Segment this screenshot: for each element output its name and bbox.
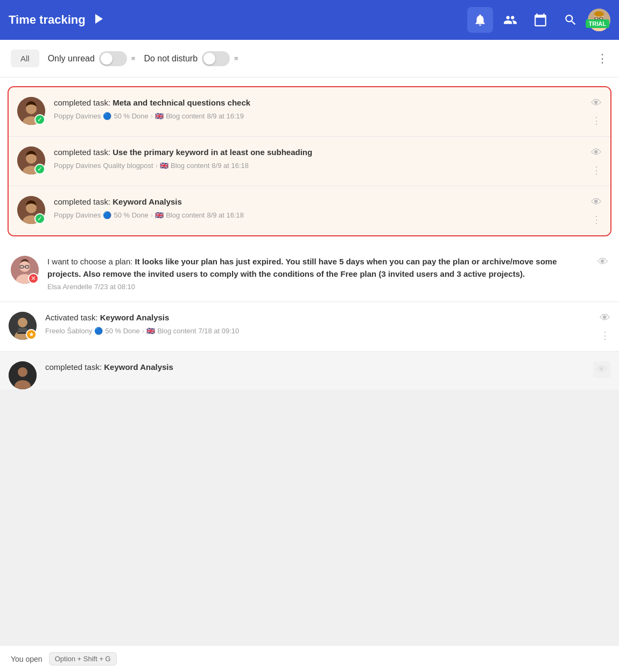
notification-content-5: Activated task: Keyword Analysis Freelo … bbox=[45, 312, 594, 335]
notification-item-2: ✓ completed task: Use the primary keywor… bbox=[9, 137, 610, 186]
notification-meta-2: Poppy Davines Quality blogpost › 🇬🇧 Blog… bbox=[54, 162, 586, 170]
eye-icon-3[interactable]: 👁 bbox=[591, 196, 602, 208]
author-4: Elsa Arendelle bbox=[47, 283, 92, 291]
status-text-1: 50 % Done bbox=[114, 112, 148, 120]
play-icon[interactable] bbox=[92, 12, 105, 28]
notifications-button[interactable] bbox=[467, 7, 493, 33]
header: Time tracking bbox=[0, 0, 619, 40]
trial-badge: TRIAL bbox=[586, 19, 609, 28]
avatar-wrapper-4: ✕ bbox=[11, 256, 39, 284]
more-options-icon[interactable]: ⋮ bbox=[596, 52, 608, 66]
notification-content-1: completed task: Meta and technical quest… bbox=[54, 97, 586, 120]
filter-all-button[interactable]: All bbox=[11, 50, 39, 67]
notification-content-3: completed task: Keyword Analysis Poppy D… bbox=[54, 196, 586, 219]
svg-point-30 bbox=[18, 367, 27, 377]
eye-icon-6[interactable]: 👁 bbox=[593, 361, 610, 378]
avatar-badge-x-4: ✕ bbox=[28, 273, 39, 284]
eye-icon-4[interactable]: 👁 bbox=[597, 256, 608, 268]
eye-icon-1[interactable]: 👁 bbox=[591, 97, 602, 109]
only-unread-group: Only unread ≡ bbox=[48, 51, 136, 66]
filter-icon-dnd[interactable]: ≡ bbox=[234, 54, 238, 62]
project-5: Blog content bbox=[157, 327, 196, 335]
avatar-wrapper-1: ✓ bbox=[17, 97, 45, 125]
eye-icon-5[interactable]: 👁 bbox=[600, 312, 610, 324]
more-icon-3[interactable]: ⋮ bbox=[592, 214, 602, 226]
notification-item-6: completed task: Keyword Analysis 👁 bbox=[0, 352, 619, 389]
avatar-6 bbox=[9, 361, 37, 389]
bottom-bar: You open Option + Shift + G bbox=[0, 645, 619, 672]
notification-meta-5: Freelo Šablony 🔵 50 % Done › 🇬🇧 Blog con… bbox=[45, 327, 594, 335]
author-3: Poppy Davines bbox=[54, 211, 101, 219]
more-icon-1[interactable]: ⋮ bbox=[592, 115, 602, 127]
avatar-badge-star-5: ★ bbox=[26, 329, 37, 340]
author-1: Poppy Davines bbox=[54, 112, 101, 120]
avatar-badge-check-2: ✓ bbox=[34, 164, 45, 174]
notification-text-6: completed task: Keyword Analysis bbox=[45, 361, 588, 374]
arrow-3: › bbox=[151, 211, 153, 219]
notification-text-3: completed task: Keyword Analysis bbox=[54, 196, 586, 208]
timestamp-1: 8/9 at 16:19 bbox=[207, 112, 244, 120]
svg-point-25 bbox=[18, 318, 27, 327]
notification-meta-3: Poppy Davines 🔵 50 % Done › 🇬🇧 Blog cont… bbox=[54, 211, 586, 219]
status-text-3: 50 % Done bbox=[114, 211, 148, 219]
notification-actions-6: 👁 bbox=[593, 361, 610, 378]
arrow-2: › bbox=[156, 162, 158, 170]
do-not-disturb-toggle[interactable] bbox=[202, 51, 230, 66]
avatar-wrapper-5: ★ bbox=[9, 312, 37, 340]
calendar-button[interactable] bbox=[527, 7, 553, 33]
status-emoji-3: 🔵 bbox=[103, 211, 111, 219]
app-title: Time tracking bbox=[9, 13, 86, 27]
timestamp-2: 8/9 at 16:18 bbox=[212, 162, 249, 170]
only-unread-toggle[interactable] bbox=[99, 51, 127, 66]
red-group: ✓ completed task: Meta and technical que… bbox=[8, 86, 611, 236]
user-avatar-wrapper[interactable]: TRIAL bbox=[588, 9, 610, 31]
notification-item-4: ✕ I want to choose a plan: It looks like… bbox=[0, 245, 619, 302]
notification-actions-2: 👁 ⋮ bbox=[591, 146, 602, 176]
task-title-5: Keyword Analysis bbox=[100, 313, 170, 322]
task-title-6: Keyword Analysis bbox=[104, 362, 173, 372]
notification-actions-3: 👁 ⋮ bbox=[591, 196, 602, 226]
notification-actions-1: 👁 ⋮ bbox=[591, 97, 602, 127]
more-icon-2[interactable]: ⋮ bbox=[592, 164, 602, 176]
svg-marker-0 bbox=[95, 14, 103, 24]
svg-point-8 bbox=[594, 11, 604, 17]
task-title-3: Keyword Analysis bbox=[112, 197, 182, 206]
header-icons: TRIAL bbox=[467, 7, 610, 33]
project-3: Blog content bbox=[166, 211, 205, 219]
search-button[interactable] bbox=[558, 7, 583, 33]
notification-content-2: completed task: Use the primary keyword … bbox=[54, 146, 586, 170]
status-emoji-5: 🔵 bbox=[94, 327, 103, 335]
arrow-5: › bbox=[142, 327, 144, 335]
arrow-1: › bbox=[151, 112, 153, 120]
avatar-wrapper-6 bbox=[9, 361, 37, 389]
notification-meta-4: Elsa Arendelle 7/23 at 08:10 bbox=[47, 283, 592, 291]
status-emoji-1: 🔵 bbox=[103, 112, 111, 120]
notification-item-5: ★ Activated task: Keyword Analysis Freel… bbox=[0, 302, 619, 352]
keyboard-shortcut: Option + Shift + G bbox=[49, 652, 117, 666]
project-emoji-3: 🇬🇧 bbox=[155, 211, 164, 219]
project-2: Blog content bbox=[171, 162, 209, 170]
notification-actions-5: 👁 ⋮ bbox=[600, 312, 610, 341]
timestamp-3: 8/9 at 16:18 bbox=[207, 211, 244, 219]
notification-content-4: I want to choose a plan: It looks like y… bbox=[47, 256, 592, 291]
do-not-disturb-group: Do not disturb ≡ bbox=[144, 51, 238, 66]
avatar-badge-check-1: ✓ bbox=[34, 114, 45, 125]
notification-text-2: completed task: Use the primary keyword … bbox=[54, 146, 586, 159]
eye-icon-2[interactable]: 👁 bbox=[591, 146, 602, 159]
filter-icon-unread[interactable]: ≡ bbox=[131, 54, 136, 62]
notification-list: ✓ completed task: Meta and technical que… bbox=[0, 86, 619, 389]
notification-item-3: ✓ completed task: Keyword Analysis Poppy… bbox=[9, 186, 610, 235]
author-5: Freelo Šablony bbox=[45, 327, 92, 335]
more-icon-5[interactable]: ⋮ bbox=[600, 330, 610, 341]
do-not-disturb-label: Do not disturb bbox=[144, 54, 198, 64]
notification-content-6: completed task: Keyword Analysis bbox=[45, 361, 588, 376]
project-1: Blog content bbox=[166, 112, 205, 120]
notification-meta-1: Poppy Davines 🔵 50 % Done › 🇬🇧 Blog cont… bbox=[54, 112, 586, 120]
notification-text-1: completed task: Meta and technical quest… bbox=[54, 97, 586, 109]
timestamp-5: 7/18 at 09:10 bbox=[198, 327, 239, 335]
project-emoji-1: 🇬🇧 bbox=[155, 112, 164, 120]
bottom-bar-label: You open bbox=[11, 655, 43, 663]
people-button[interactable] bbox=[497, 7, 523, 33]
avatar-wrapper-2: ✓ bbox=[17, 146, 45, 174]
toggle-knob-dnd bbox=[203, 53, 215, 65]
